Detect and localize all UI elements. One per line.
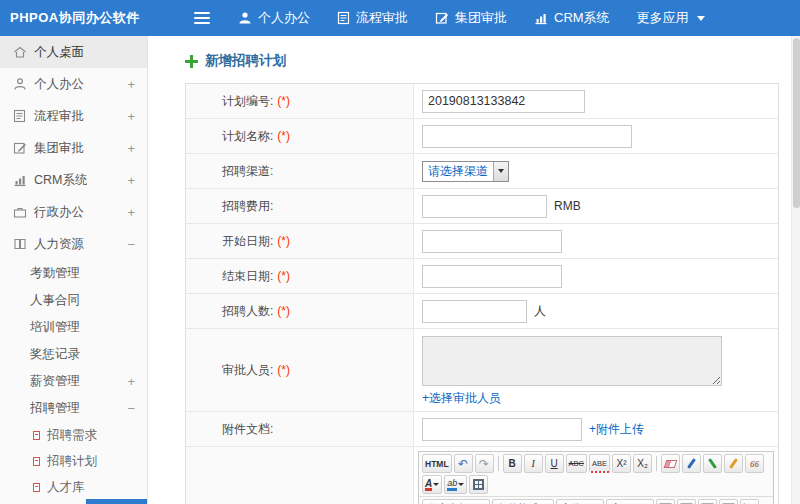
sidebar-item-personal-desktop[interactable]: 个人桌面 [0,36,147,68]
pencil-icon [729,458,738,469]
page-title: 新增招聘计划 [185,52,779,70]
pencil-button[interactable] [724,454,743,473]
html-source-button[interactable]: HTML [422,454,452,473]
expand-toggle[interactable]: + [127,206,135,219]
nav-item-workflow-approval[interactable]: 流程审批 [337,9,408,27]
plan-name-row: 计划名称: (*) [186,119,778,154]
channel-select[interactable]: 请选择渠道 [422,161,509,182]
required-mark: (*) [277,269,290,283]
fee-row: 招聘费用: RMB [186,189,778,224]
nav-label: CRM系统 [554,9,610,27]
sidebar-item-training[interactable]: 培训管理 [0,314,147,341]
sidebar-item-salary[interactable]: 薪资管理 + [0,368,147,395]
vertical-scrollbar[interactable] [791,36,800,504]
expand-toggle[interactable]: + [127,375,135,388]
format-brush-button[interactable] [682,454,701,473]
strikethrough-button[interactable]: ABC [566,454,587,473]
sidebar-item-talent-pool[interactable]: 人才库 [0,474,147,500]
channel-select-value: 请选择渠道 [423,162,493,181]
bar-chart-icon [12,173,27,188]
channel-row: 招聘渠道: 请选择渠道 [186,154,778,189]
sidebar-item-admin-office[interactable]: 行政办公 + [0,196,147,228]
sidebar-item-attendance[interactable]: 考勤管理 [0,260,147,287]
nav-label: 流程审批 [356,9,408,27]
expand-toggle[interactable]: + [127,174,135,187]
paragraph-format-select[interactable]: 段落格式 [492,499,554,504]
blockquote-button[interactable] [745,454,764,473]
expand-toggle[interactable]: + [127,142,135,155]
redo-button[interactable]: ↷ [475,454,494,473]
sidebar-item-label: CRM系统 [34,172,87,189]
field-label: 招聘费用: [222,198,273,215]
headcount-row: 招聘人数: (*) 人 [186,294,778,329]
italic-button[interactable]: I [524,454,543,473]
font-family-select[interactable]: 字体 [556,499,604,504]
bg-color-icon [447,478,457,491]
sidebar-item-recruit-mgmt[interactable]: 招聘管理 − [0,395,147,422]
start-date-input[interactable] [422,230,562,253]
nav-item-personal-office[interactable]: 个人办公 [238,9,310,27]
custom-heading-select[interactable]: 自定义标题 [422,499,490,504]
undo-button[interactable]: ↶ [454,454,473,473]
superscript-button[interactable]: X² [612,454,631,473]
upload-attachment-link[interactable]: +附件上传 [589,421,644,438]
expand-toggle[interactable]: + [127,110,135,123]
spellcheck-button[interactable]: ABE [589,454,610,473]
workflow-doc-icon [12,109,27,124]
headcount-unit: 人 [534,303,546,320]
align-center-button[interactable] [677,499,696,504]
sidebar-item-crm[interactable]: CRM系统 + [0,164,147,196]
align-right-button[interactable] [698,499,717,504]
menu-toggle-button[interactable] [194,9,210,27]
align-justify-button[interactable] [719,499,738,504]
person-icon [12,77,27,92]
sidebar-item-recruit-demand[interactable]: 招聘需求 [0,422,147,448]
sidebar-item-recruit-plan[interactable]: 招聘计划 [0,448,147,474]
doc-icon [33,431,40,440]
sidebar-item-label: 个人桌面 [34,44,84,61]
fee-input[interactable] [422,195,547,218]
font-color-button[interactable] [422,475,442,494]
font-size-select[interactable]: 字号 [606,499,654,504]
approver-textarea[interactable] [422,336,722,386]
collapse-toggle[interactable]: − [127,402,135,415]
unordered-list-button[interactable] [740,499,759,504]
remove-format-button[interactable] [661,454,680,473]
sidebar-item-rewards[interactable]: 奖惩记录 [0,341,147,368]
sidebar-item-label: 集团审批 [34,140,84,157]
end-date-input[interactable] [422,265,562,288]
bg-color-button[interactable] [444,475,467,494]
bold-button[interactable]: B [503,454,522,473]
collapse-toggle[interactable]: − [127,238,135,251]
choose-approver-link[interactable]: +选择审批人员 [422,390,501,407]
underline-button[interactable]: U [545,454,564,473]
font-color-icon [425,479,432,491]
expand-toggle[interactable]: + [127,78,135,91]
sidebar-item-personal-office[interactable]: 个人办公 + [0,68,147,100]
app-logo[interactable]: PHPOA协同办公软件 [0,9,148,27]
plan-no-input[interactable] [422,90,585,113]
sidebar-hscroll-thumb[interactable] [86,499,147,504]
toolbar-separator [498,456,499,471]
nav-item-more-apps[interactable]: 更多应用 [637,9,705,27]
pen-button[interactable] [703,454,722,473]
sidebar-item-workflow-approval[interactable]: 流程审批 + [0,100,147,132]
plus-icon [185,55,198,68]
sidebar-item-hr[interactable]: 人力资源 − [0,228,147,260]
insert-table-button[interactable] [469,475,488,494]
subscript-button[interactable]: X₂ [633,454,652,473]
rich-text-editor: HTML ↶ ↷ B I U ABC ABE X² X₂ [418,451,774,504]
toolbar-separator [656,456,657,471]
attachment-input[interactable] [422,418,582,441]
scrollbar-thumb[interactable] [793,38,800,208]
nav-item-group-approval[interactable]: 集团审批 [435,9,507,27]
headcount-input[interactable] [422,300,527,323]
field-label: 计划名称: [222,128,273,145]
sidebar: 个人桌面 个人办公 + 流程审批 + 集团审批 + CRM系统 + 行政办公 + [0,36,148,504]
align-left-button[interactable] [656,499,675,504]
field-label: 结束日期: [222,268,273,285]
sidebar-item-hr-contract[interactable]: 人事合同 [0,287,147,314]
plan-name-input[interactable] [422,125,632,148]
sidebar-item-group-approval[interactable]: 集团审批 + [0,132,147,164]
nav-item-crm[interactable]: CRM系统 [534,9,610,27]
